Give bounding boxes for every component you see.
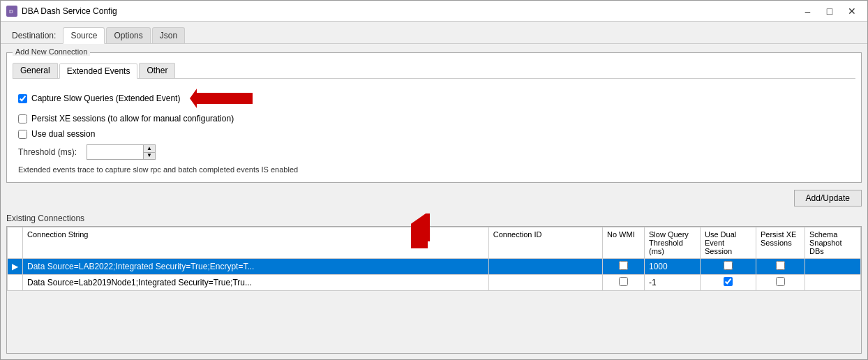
add-update-row: Add/Update <box>6 187 862 209</box>
add-new-connection-group: Add New Connection General Extended Even… <box>6 52 862 183</box>
row-persist-xe-2 <box>756 275 805 291</box>
table-row[interactable]: ▶ Data Source=LAB2022;Integrated Securit… <box>8 259 861 275</box>
row-persist-xe-checkbox-2[interactable] <box>776 277 785 286</box>
row-persist-xe-checkbox[interactable] <box>776 261 785 270</box>
add-new-connection-title: Add New Connection <box>13 47 90 56</box>
red-arrow-annotation <box>190 89 260 108</box>
row-indicator-cell: ▶ <box>8 259 23 275</box>
main-content: Add New Connection General Extended Even… <box>1 44 867 359</box>
row-no-wmi-checkbox[interactable] <box>619 261 628 270</box>
table-header-row: Connection String Connection ID No WMI S… <box>8 227 861 259</box>
row-connection-id <box>488 259 602 275</box>
persist-xe-row: Persist XE sessions (to allow for manual… <box>13 111 855 126</box>
title-bar: D DBA Dash Service Config ‒ □ ✕ <box>1 1 867 22</box>
row-use-dual-event <box>701 259 756 275</box>
inner-tab-extended-events[interactable]: Extended Events <box>59 63 138 79</box>
row-no-wmi-checkbox-2[interactable] <box>619 277 628 286</box>
col-connection-string: Connection String <box>23 227 489 259</box>
maximize-button[interactable]: □ <box>820 4 839 18</box>
use-dual-session-row: Use dual session <box>13 126 855 142</box>
row-connection-string: Data Source=LAB2022;Integrated Security=… <box>23 259 489 275</box>
inner-tab-bar: General Extended Events Other <box>13 63 855 79</box>
tab-options[interactable]: Options <box>106 27 150 43</box>
capture-slow-queries-label: Capture Slow Queries (Extended Event) <box>31 93 180 103</box>
use-dual-session-label: Use dual session <box>31 129 95 139</box>
col-slow-query: Slow QueryThreshold(ms) <box>645 227 701 259</box>
close-button[interactable]: ✕ <box>842 4 862 18</box>
spinner-buttons: ▲ ▼ <box>143 145 155 159</box>
status-text: Extended events trace to capture slow rp… <box>13 163 855 177</box>
spinner-down-button[interactable]: ▼ <box>144 153 155 160</box>
spinner-up-button[interactable]: ▲ <box>144 145 155 153</box>
app-icon: D <box>6 6 17 17</box>
existing-connections-title: Existing Connections <box>6 213 862 223</box>
capture-slow-queries-checkbox[interactable] <box>18 94 27 103</box>
threshold-spinner: 1000 ▲ ▼ <box>87 144 156 160</box>
col-dual-event: Use Dual EventSession <box>701 227 756 259</box>
row-no-wmi-2 <box>603 275 645 291</box>
row-indicator-cell-2 <box>8 275 23 291</box>
inner-tab-other[interactable]: Other <box>139 63 175 78</box>
connections-table-wrapper: Connection String Connection ID No WMI S… <box>6 226 862 354</box>
col-no-wmi: No WMI <box>603 227 645 259</box>
add-update-button[interactable]: Add/Update <box>794 190 862 207</box>
row-no-wmi <box>603 259 645 275</box>
window-title: DBA Dash Service Config <box>22 6 117 16</box>
row-slow-query-threshold-2: -1 <box>645 275 701 291</box>
row-schema-snapshot-2 <box>805 275 861 291</box>
title-controls: ‒ □ ✕ <box>798 4 862 18</box>
existing-connections-section: Existing Connections Connection String <box>6 213 862 354</box>
tab-json[interactable]: Json <box>152 27 185 43</box>
minimize-button[interactable]: ‒ <box>798 4 817 18</box>
row-dual-event-checkbox[interactable] <box>724 261 733 270</box>
col-connection-id: Connection ID <box>488 227 602 259</box>
row-connection-string-2: Data Source=Lab2019Node1;Integrated Secu… <box>23 275 489 291</box>
col-persist-xe: Persist XESessions <box>756 227 805 259</box>
persist-xe-checkbox[interactable] <box>18 114 27 123</box>
col-indicator <box>8 227 23 259</box>
svg-text:D: D <box>9 8 13 15</box>
row-dual-event-checkbox-2[interactable] <box>724 277 733 286</box>
tab-source[interactable]: Source <box>63 27 105 44</box>
threshold-input[interactable]: 1000 <box>87 145 143 159</box>
inner-tab-general[interactable]: General <box>13 63 58 78</box>
threshold-label: Threshold (ms): <box>18 147 81 157</box>
table-row[interactable]: Data Source=Lab2019Node1;Integrated Secu… <box>8 275 861 291</box>
row-slow-query-threshold: 1000 <box>645 259 701 275</box>
row-connection-id-2 <box>488 275 602 291</box>
capture-slow-queries-row: Capture Slow Queries (Extended Event) <box>13 86 855 111</box>
main-tab-bar: Destination: Source Options Json <box>1 22 867 44</box>
destination-label: Destination: <box>6 28 61 43</box>
row-persist-xe <box>756 259 805 275</box>
title-bar-left: D DBA Dash Service Config <box>6 6 117 17</box>
use-dual-session-checkbox[interactable] <box>18 130 27 139</box>
row-use-dual-event-2 <box>701 275 756 291</box>
threshold-row: Threshold (ms): 1000 ▲ ▼ <box>13 142 855 163</box>
main-window: D DBA Dash Service Config ‒ □ ✕ Destinat… <box>0 0 868 360</box>
svg-marker-4 <box>190 89 197 108</box>
svg-rect-3 <box>197 93 253 104</box>
row-schema-snapshot <box>805 259 861 275</box>
connections-table: Connection String Connection ID No WMI S… <box>7 227 861 291</box>
persist-xe-label: Persist XE sessions (to allow for manual… <box>31 114 234 123</box>
col-schema-snapshot: SchemaSnapshot DBs <box>805 227 861 259</box>
